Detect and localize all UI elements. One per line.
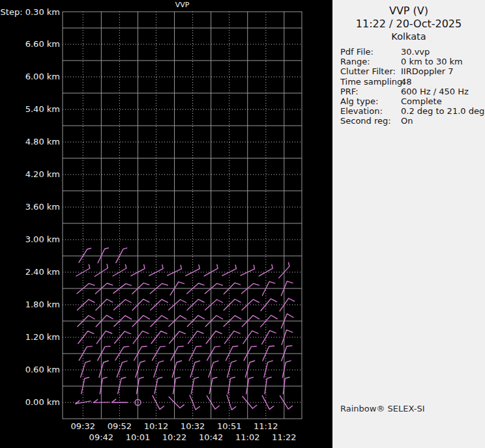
x-axis-tick-label: 09:42 bbox=[83, 432, 119, 443]
y-axis-tick-label: 6.00 km bbox=[0, 72, 60, 82]
x-axis-tick-label: 09:52 bbox=[101, 421, 138, 432]
info-label: Second reg: bbox=[340, 116, 401, 126]
info-row: Pdf File:30.vvp bbox=[340, 47, 485, 57]
wind-barb bbox=[136, 361, 145, 377]
wind-barb bbox=[111, 399, 127, 402]
panel-site: Kolkata bbox=[332, 31, 485, 43]
info-value: 0 km to 30 km bbox=[401, 57, 463, 66]
y-axis-tick-label: 0.60 km bbox=[0, 365, 60, 375]
info-label: Range: bbox=[340, 57, 401, 66]
wind-barb bbox=[209, 378, 217, 394]
x-axis-tick-label: 09:32 bbox=[65, 421, 101, 432]
wind-barb bbox=[264, 361, 272, 378]
x-axis-tick-label: 11:02 bbox=[229, 432, 266, 443]
y-axis-tick-label: 1.80 km bbox=[0, 300, 60, 310]
y-axis-tick-label: 4.80 km bbox=[0, 137, 60, 147]
info-value: IIRDoppler 7 bbox=[401, 66, 454, 76]
info-panel: VVP (V) 11:22 / 20-Oct-2025 Kolkata Pdf … bbox=[332, 0, 485, 448]
wind-barb bbox=[282, 361, 291, 378]
wind-barb bbox=[227, 395, 236, 410]
info-row: PRF:600 Hz / 450 Hz bbox=[340, 87, 485, 96]
wind-barb bbox=[242, 397, 257, 408]
wind-barb bbox=[116, 248, 127, 263]
chart-title: VVP bbox=[63, 1, 302, 9]
x-axis-tick-label: 11:22 bbox=[266, 432, 302, 443]
wind-barb bbox=[228, 361, 237, 378]
info-row: Alg type:Complete bbox=[340, 96, 485, 106]
wind-barb bbox=[245, 361, 254, 378]
info-label: Clutter Filter: bbox=[340, 66, 401, 76]
info-rows: Pdf File:30.vvpRange:0 km to 30 kmClutte… bbox=[332, 47, 485, 126]
info-value: 600 Hz / 450 Hz bbox=[401, 87, 469, 96]
wind-barb bbox=[154, 378, 162, 394]
info-label: Elevation: bbox=[340, 106, 401, 116]
info-value: On bbox=[401, 116, 413, 126]
info-value: Complete bbox=[401, 96, 442, 106]
info-row: Time sampling:48 bbox=[340, 77, 485, 87]
y-axis-tick-label: 2.40 km bbox=[0, 267, 60, 277]
wind-barb bbox=[113, 264, 126, 276]
y-axis-tick-label: 3.60 km bbox=[0, 202, 60, 212]
y-axis-tick-label: 4.20 km bbox=[0, 169, 60, 180]
wind-barb bbox=[222, 265, 237, 275]
wind-barb bbox=[99, 361, 108, 378]
wind-barb bbox=[190, 361, 200, 377]
wind-barb bbox=[114, 300, 132, 310]
panel-datetime: 11:22 / 20-Oct-2025 bbox=[332, 18, 485, 31]
wind-barb bbox=[172, 361, 181, 378]
y-axis-tick-label: 0.00 km bbox=[0, 397, 60, 408]
x-axis-tick-label: 10:51 bbox=[211, 421, 248, 432]
wind-barb bbox=[169, 397, 184, 408]
info-label: Time sampling: bbox=[340, 77, 401, 87]
wind-barb bbox=[78, 300, 95, 310]
y-axis-tick-label: 6.60 km bbox=[0, 39, 60, 49]
x-axis-tick-label: 10:42 bbox=[193, 432, 229, 443]
wind-barb bbox=[209, 361, 218, 377]
info-row: Elevation:0.2 deg to 21.0 deg bbox=[340, 106, 485, 116]
wind-barb bbox=[191, 377, 198, 393]
y-axis-tick-label: 3.00 km bbox=[0, 234, 60, 245]
wind-barb bbox=[186, 265, 199, 276]
info-row: Second reg:On bbox=[340, 116, 485, 126]
wind-barb bbox=[98, 248, 108, 263]
y-axis-tick-label: 1.20 km bbox=[0, 332, 60, 343]
info-value: 30.vvp bbox=[401, 47, 430, 57]
info-label: Pdf File: bbox=[340, 47, 401, 57]
wind-barb bbox=[228, 377, 235, 394]
wind-barb bbox=[149, 265, 163, 276]
wind-barb bbox=[118, 378, 126, 394]
x-axis-tick-label: 11:12 bbox=[248, 421, 284, 432]
y-axis-step-label: Step: 0.30 km bbox=[0, 7, 60, 17]
brand-footer: Rainbow® SELEX-SI bbox=[340, 404, 425, 413]
wind-barb bbox=[117, 361, 127, 377]
info-label: PRF: bbox=[340, 87, 401, 96]
wind-barb bbox=[81, 361, 91, 377]
info-row: Range:0 km to 30 km bbox=[340, 57, 485, 66]
panel-title: VVP (V) bbox=[332, 5, 485, 18]
vvp-window: VVP Step: 0.30 km 6.60 km6.00 km5.40 km4… bbox=[0, 0, 485, 448]
wind-barb bbox=[76, 264, 90, 276]
wind-barb bbox=[265, 377, 271, 394]
wind-barb bbox=[79, 248, 91, 262]
wind-barb bbox=[151, 300, 168, 310]
wind-barb bbox=[81, 378, 89, 394]
x-axis-tick-label: 10:32 bbox=[175, 421, 211, 432]
info-label: Alg type: bbox=[340, 96, 401, 106]
x-axis-tick-label: 10:12 bbox=[138, 421, 175, 432]
wind-barb bbox=[154, 361, 164, 377]
info-row: Clutter Filter:IIRDoppler 7 bbox=[340, 66, 485, 76]
wind-barb bbox=[259, 264, 272, 276]
wind-barb bbox=[76, 400, 91, 404]
x-axis-tick-label: 10:01 bbox=[119, 432, 156, 443]
info-value: 48 bbox=[401, 77, 412, 87]
info-value: 0.2 deg to 21.0 deg bbox=[401, 106, 484, 116]
x-axis-tick-label: 10:22 bbox=[156, 432, 193, 443]
y-axis-tick-label: 5.40 km bbox=[0, 104, 60, 115]
